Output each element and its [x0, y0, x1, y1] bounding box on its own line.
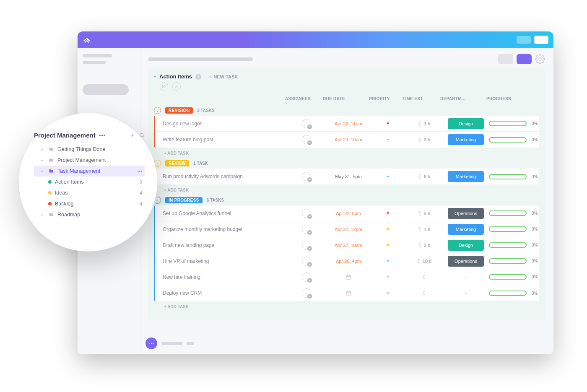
task-title[interactable]: Design new logos [163, 121, 288, 127]
task-row[interactable]: Run productivity Adwords campaign May 31… [155, 169, 539, 184]
task-row[interactable]: New hire training - 0% [155, 269, 539, 285]
titlebar-chip[interactable] [517, 36, 531, 44]
department-tag[interactable]: Marketing [448, 224, 484, 235]
task-row[interactable]: Deploy new CRM - 0% [155, 285, 539, 301]
flag-icon[interactable] [386, 174, 391, 179]
sidebar-search-skeleton[interactable] [83, 84, 129, 95]
toolbar-chip-active[interactable] [517, 54, 532, 64]
chat-icon[interactable]: ⋯ [145, 337, 157, 349]
department-tag[interactable]: Design [448, 118, 484, 129]
task-title[interactable]: New hire training [163, 274, 288, 280]
department-tag[interactable]: - [448, 288, 484, 299]
department-tag[interactable]: - [448, 272, 484, 283]
status-pill[interactable]: REVISION [165, 107, 193, 114]
add-task-button[interactable]: + ADD TASK [154, 301, 539, 310]
tree-folder[interactable]: ▸ Project Management [34, 155, 145, 166]
new-task-button[interactable]: + NEW TASK [210, 74, 238, 79]
time-estimate[interactable] [405, 275, 443, 280]
time-estimate[interactable]: 10 d [405, 259, 443, 264]
time-estimate[interactable]: 2 h [405, 243, 443, 248]
department-tag[interactable]: Operations [448, 208, 484, 219]
flag-icon[interactable] [386, 242, 391, 248]
department-tag[interactable]: Design [448, 240, 484, 251]
task-row[interactable]: Organize monthly marketing budget Apr 22… [155, 221, 539, 237]
due-date[interactable]: Apr 22, 11am [335, 121, 362, 126]
progress-cell[interactable]: 0% [489, 258, 539, 264]
tree-folder[interactable]: ▸ Task Management ••• [34, 166, 145, 177]
assignee-add-icon[interactable] [302, 119, 311, 128]
progress-cell[interactable]: 0% [489, 121, 539, 126]
task-title[interactable]: Run productivity Adwords campaign [163, 174, 288, 179]
info-icon[interactable]: i [195, 74, 201, 80]
task-title[interactable]: Organize monthly marketing budget [163, 226, 288, 232]
due-date[interactable]: Apr 22, 10am [335, 243, 362, 248]
flag-icon[interactable] [386, 226, 391, 232]
time-estimate[interactable]: 1 h [405, 227, 443, 232]
caret-down-icon[interactable]: ▾ [154, 74, 156, 79]
flag-icon[interactable] [386, 274, 391, 280]
time-estimate[interactable]: 2 h [405, 137, 443, 142]
due-date[interactable]: Apr 22, 5pm [336, 211, 361, 216]
status-pill[interactable]: IN PROGRESS [165, 197, 203, 203]
task-row[interactable]: Hire VP of marketing Apr 26, 4pm 10 d Op… [155, 253, 539, 269]
assignee-add-icon[interactable] [302, 273, 311, 282]
department-tag[interactable]: Operations [448, 256, 484, 267]
due-date[interactable]: Apr 26, 4pm [336, 259, 361, 264]
collapse-toggle[interactable]: ⌄ [154, 107, 161, 114]
assignee-add-icon[interactable] [302, 172, 311, 181]
calendar-icon[interactable] [345, 274, 351, 280]
more-icon[interactable]: ••• [99, 132, 106, 138]
assignee-add-icon[interactable] [302, 241, 311, 250]
task-title[interactable]: Deploy new CRM [163, 290, 288, 296]
calendar-icon[interactable] [345, 290, 351, 296]
due-date[interactable]: Apr 22, 12pm [335, 227, 362, 232]
task-title[interactable]: Set up Google Analytics funnel [163, 210, 288, 216]
time-estimate[interactable]: 3 h [405, 121, 443, 126]
assignee-add-icon[interactable] [302, 135, 311, 144]
flag-icon[interactable] [386, 137, 391, 143]
search-icon[interactable] [139, 132, 145, 138]
flag-icon[interactable] [386, 258, 391, 264]
flag-icon[interactable] [386, 210, 391, 216]
assignee-add-icon[interactable] [302, 225, 311, 234]
assignee-add-icon[interactable] [302, 288, 311, 298]
tree-folder[interactable]: ▸ Roadmap [34, 209, 145, 220]
progress-cell[interactable]: 0% [489, 174, 539, 179]
assignee-add-icon[interactable] [302, 209, 311, 218]
progress-cell[interactable]: 0% [489, 210, 539, 216]
tree-list[interactable]: Action Items 9 [34, 177, 145, 187]
due-date[interactable]: May 31, 5pm [335, 174, 362, 179]
task-title[interactable]: Draft new landing page [163, 242, 288, 248]
department-tag[interactable]: Marketing [448, 171, 484, 182]
progress-cell[interactable]: 0% [489, 242, 539, 248]
task-title[interactable]: Write feature blog post [163, 137, 288, 143]
tree-list[interactable]: Backlog 4 [34, 198, 145, 209]
progress-cell[interactable]: 0% [489, 137, 539, 143]
time-estimate[interactable]: 5 h [405, 211, 443, 216]
assignee-add-icon[interactable] [302, 257, 311, 266]
time-estimate[interactable] [405, 291, 443, 296]
tree-list[interactable]: Ideas 4 [34, 187, 145, 198]
task-row[interactable]: Set up Google Analytics funnel Apr 22, 5… [155, 205, 539, 221]
progress-cell[interactable]: 0% [489, 226, 539, 232]
flag-placeholder-icon[interactable] [160, 82, 168, 91]
progress-cell[interactable]: 0% [489, 291, 539, 296]
due-date[interactable]: Apr 23, 10am [335, 137, 362, 142]
titlebar-chip-active[interactable] [534, 36, 548, 44]
department-tag[interactable]: Marketing [448, 134, 484, 145]
plus-icon[interactable] [130, 132, 135, 138]
toolbar-chip[interactable] [498, 54, 513, 64]
add-task-button[interactable]: + ADD TASK [154, 148, 539, 156]
task-row[interactable]: Design new logos Apr 22, 11am 3 h Design… [155, 116, 539, 132]
status-pill[interactable]: REVIEW [165, 160, 189, 166]
assignee-placeholder-icon[interactable] [172, 82, 181, 91]
tree-folder[interactable]: ▸ Getting Things Done [34, 144, 145, 155]
settings-icon[interactable] [535, 54, 545, 64]
progress-cell[interactable]: 0% [489, 274, 539, 280]
time-estimate[interactable]: 6 h [405, 174, 443, 179]
more-icon[interactable]: ••• [137, 169, 142, 174]
task-row[interactable]: Draft new landing page Apr 22, 10am 2 h … [155, 237, 539, 253]
task-row[interactable]: Write feature blog post Apr 23, 10am 2 h… [155, 132, 539, 148]
flag-icon[interactable] [386, 121, 391, 126]
flag-icon[interactable] [386, 291, 391, 296]
